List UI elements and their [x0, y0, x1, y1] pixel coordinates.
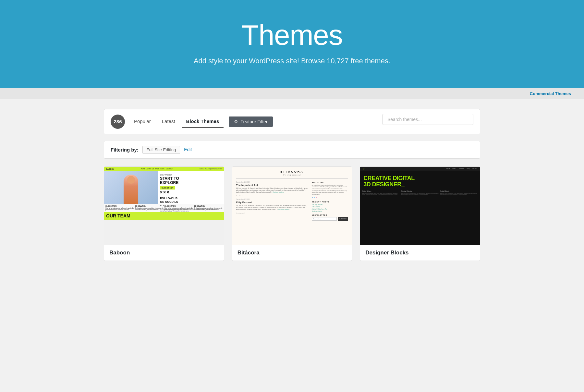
- theme-count-badge: 286: [111, 115, 125, 129]
- theme-preview-designer-blocks: D Home About Portfolio Blog Contact CREA…: [360, 167, 480, 245]
- theme-preview-bitacora: BITÁCORA Un blog personal Septiembre 15,…: [232, 167, 352, 245]
- tab-popular[interactable]: Popular: [129, 115, 155, 128]
- page-title: Themes: [6, 19, 578, 51]
- baboon-mock: BABOON HOME ABOUT US SHOP BLOG CONTACT E…: [104, 167, 224, 245]
- theme-card-baboon[interactable]: BABOON HOME ABOUT US SHOP BLOG CONTACT E…: [104, 166, 224, 261]
- gear-icon: ⚙: [234, 119, 238, 124]
- hero-subtitle: Add style to your WordPress site! Browse…: [6, 57, 578, 65]
- themes-grid: BABOON HOME ABOUT US SHOP BLOG CONTACT E…: [104, 166, 480, 261]
- tab-block-themes[interactable]: Block Themes: [182, 115, 224, 128]
- filter-row: Filtering by: Full Site Editing Edit: [104, 141, 480, 159]
- theme-name-baboon: Baboon: [104, 245, 224, 261]
- filter-label: Filtering by:: [111, 147, 139, 153]
- bitacora-mock: BITÁCORA Un blog personal Septiembre 15,…: [232, 167, 352, 245]
- filter-edit-link[interactable]: Edit: [184, 147, 192, 152]
- designer-mock: D Home About Portfolio Blog Contact CREA…: [360, 167, 480, 245]
- search-input[interactable]: [383, 114, 473, 125]
- theme-name-designer-blocks: Designer Blocks: [360, 245, 480, 261]
- tab-latest[interactable]: Latest: [157, 115, 180, 128]
- search-wrap: [383, 114, 473, 125]
- commercial-bar: Commercial Themes: [0, 88, 584, 99]
- filter-tag: Full Site Editing: [142, 146, 180, 154]
- theme-name-bitacora: Bitácora: [232, 245, 352, 261]
- feature-filter-label: Feature Filter: [240, 119, 267, 124]
- theme-card-bitacora[interactable]: BITÁCORA Un blog personal Septiembre 15,…: [232, 166, 352, 261]
- commercial-themes-link[interactable]: Commercial Themes: [530, 91, 571, 96]
- tabs-row: 286 Popular Latest Block Themes ⚙ Featur…: [104, 109, 480, 134]
- main-content: 286 Popular Latest Block Themes ⚙ Featur…: [97, 99, 487, 274]
- theme-preview-baboon: BABOON HOME ABOUT US SHOP BLOG CONTACT E…: [104, 167, 224, 245]
- theme-card-designer-blocks[interactable]: D Home About Portfolio Blog Contact CREA…: [360, 166, 480, 261]
- hero-section: Themes Add style to your WordPress site!…: [0, 0, 584, 88]
- feature-filter-button[interactable]: ⚙ Feature Filter: [229, 116, 273, 127]
